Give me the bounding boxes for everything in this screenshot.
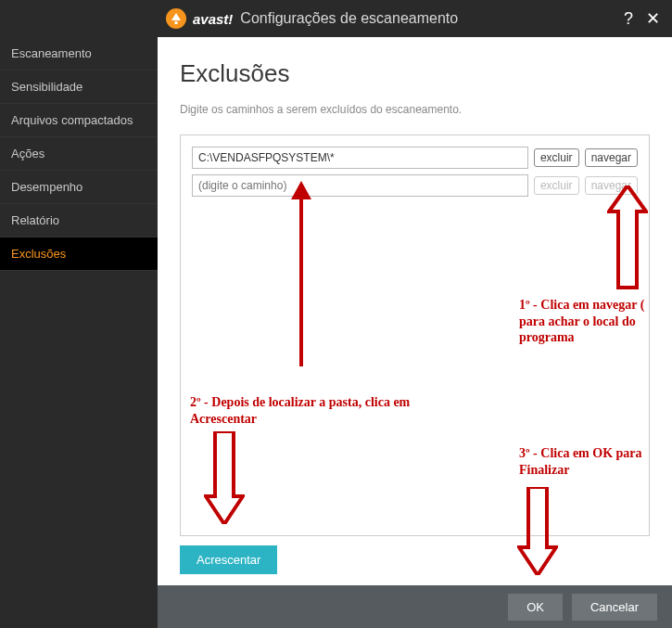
exclusion-row: excluir navegar: [192, 174, 638, 197]
content: Exclusões Digite os caminhos a serem exc…: [158, 37, 672, 628]
excluir-button[interactable]: excluir: [534, 148, 579, 167]
sidebar-item-escaneamento[interactable]: Escaneamento: [0, 37, 158, 70]
sidebar-item-relatorio[interactable]: Relatório: [0, 204, 158, 237]
sidebar-item-arquivos-compactados[interactable]: Arquivos compactados: [0, 104, 158, 137]
navegar-button[interactable]: navegar: [585, 148, 638, 167]
brand-text: avast!: [193, 11, 233, 27]
svg-rect-1: [175, 21, 178, 24]
exclusions-panel: excluir navegar excluir navegar: [180, 135, 650, 536]
sidebar-item-desempenho[interactable]: Desempenho: [0, 171, 158, 204]
help-icon[interactable]: ?: [616, 9, 640, 29]
page-description: Digite os caminhos a serem excluídos do …: [180, 103, 650, 116]
exclusion-row: excluir navegar: [192, 147, 638, 169]
sidebar: Escaneamento Sensibilidade Arquivos comp…: [0, 37, 158, 628]
sidebar-item-acoes[interactable]: Ações: [0, 137, 158, 171]
ok-button[interactable]: OK: [508, 594, 563, 621]
titlebar: avast! Configurações de escaneamento ? ✕: [0, 0, 672, 37]
path-input[interactable]: [192, 147, 528, 169]
avast-logo-icon: [165, 7, 187, 30]
cancelar-button[interactable]: Cancelar: [572, 594, 657, 621]
path-input-empty[interactable]: [192, 174, 528, 197]
acrescentar-button[interactable]: Acrescentar: [180, 545, 277, 574]
excluir-button-disabled: excluir: [534, 176, 579, 195]
sidebar-item-sensibilidade[interactable]: Sensibilidade: [0, 70, 158, 104]
close-icon[interactable]: ✕: [640, 8, 665, 29]
navegar-button-disabled: navegar: [585, 176, 638, 195]
sidebar-item-exclusoes[interactable]: Exclusões: [0, 237, 158, 271]
page-title: Exclusões: [180, 59, 650, 88]
window-title: Configurações de escaneamento: [240, 10, 458, 27]
dialog-footer: OK Cancelar: [158, 585, 672, 628]
brand-logo: avast!: [165, 7, 233, 30]
